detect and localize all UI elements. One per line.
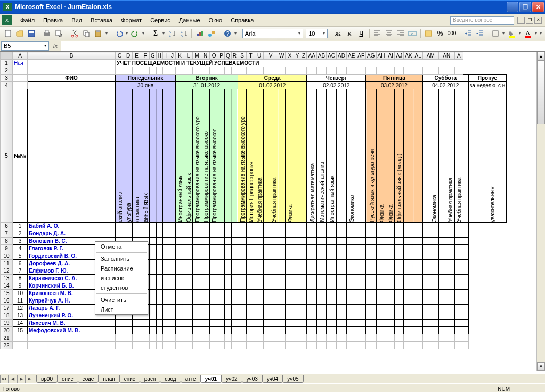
col-header-AB[interactable]: AB xyxy=(316,52,326,60)
name-box[interactable]: B5▾ xyxy=(1,41,49,51)
subject-cell[interactable]: Программирование на языке высоког xyxy=(210,89,218,223)
sheet-tab-вр00[interactable]: вр00 xyxy=(36,375,58,383)
col-header-X[interactable]: X xyxy=(286,52,294,60)
vertical-scrollbar[interactable]: ▲ ▼ xyxy=(536,52,545,371)
italic-button[interactable]: К xyxy=(344,28,355,39)
ctx-clear[interactable]: Очистить xyxy=(95,295,148,305)
date-cell[interactable]: 04.02.2012 xyxy=(422,82,468,89)
sheet-tab-план[interactable]: план xyxy=(98,375,119,383)
subject-cell[interactable]: Программирование на языке высоко xyxy=(201,89,210,223)
fio-header[interactable]: ФИО xyxy=(28,75,116,82)
subject-cell[interactable]: Иностранный язык xyxy=(176,89,184,223)
subject-cell[interactable]: Русский язык и культура речи xyxy=(366,89,376,223)
tab-nav-next[interactable]: ▶ xyxy=(17,375,26,383)
autosum-button[interactable]: Σ xyxy=(150,28,161,39)
col-header-A[interactable]: A xyxy=(454,52,463,60)
col-header-H[interactable]: H xyxy=(156,52,162,60)
subject-cell[interactable]: ультура xyxy=(124,89,133,223)
col-header-L[interactable]: L xyxy=(184,52,193,60)
col-header-AH[interactable]: AH xyxy=(376,52,386,60)
subject-cell[interactable]: Учебная практика xyxy=(438,89,454,223)
col-header-N[interactable]: N xyxy=(201,52,210,60)
ctx-and-list[interactable]: и список xyxy=(95,273,148,283)
menu-вид[interactable]: Вид xyxy=(67,15,86,25)
font-size-combo[interactable]: 10▾ xyxy=(306,29,327,38)
font-name-combo[interactable]: Arial▾ xyxy=(242,29,304,38)
row-header-22[interactable]: 22 xyxy=(1,342,13,349)
col-header-AG[interactable]: AG xyxy=(366,52,376,60)
borders-button[interactable] xyxy=(490,28,501,39)
subject-cell[interactable] xyxy=(225,89,232,223)
row-header-7[interactable]: 7 xyxy=(1,230,13,238)
col-header-Q[interactable]: Q xyxy=(225,52,232,60)
close-button[interactable]: ✕ xyxy=(532,2,544,12)
align-left-button[interactable] xyxy=(372,28,383,39)
chart-button[interactable] xyxy=(194,28,205,39)
help-search-input[interactable]: Введите вопрос xyxy=(450,16,514,24)
col-header-AE[interactable]: AE xyxy=(346,52,356,60)
col-header-AC[interactable]: AC xyxy=(327,52,337,60)
num-header[interactable]: №№ xyxy=(13,89,28,223)
row-header-14[interactable]: 14 xyxy=(1,282,13,290)
subject-cell[interactable] xyxy=(150,89,157,223)
fill-color-dropdown[interactable]: ▾ xyxy=(518,31,522,36)
drawing-button[interactable] xyxy=(206,28,217,39)
row-header-18[interactable]: 18 xyxy=(1,312,13,320)
subject-cell[interactable]: Официальный язык (молд.) xyxy=(395,89,404,223)
row-header-9[interactable]: 9 xyxy=(1,245,13,252)
sheet-tab-спис[interactable]: спис xyxy=(119,375,140,383)
row-header-15[interactable]: 15 xyxy=(1,290,13,297)
nav-link[interactable]: Нач xyxy=(13,60,28,67)
subject-cell[interactable]: Иностранный язык xyxy=(327,89,337,223)
menu-правка[interactable]: Правка xyxy=(39,15,67,25)
decrease-indent-button[interactable] xyxy=(462,28,473,39)
col-header-AF[interactable]: AF xyxy=(356,52,366,60)
col-header-AL[interactable]: AL xyxy=(413,52,422,60)
sheet-tab-уч03[interactable]: уч03 xyxy=(242,375,263,383)
subject-cell[interactable]: Физика xyxy=(376,89,386,223)
menu-окно[interactable]: Окно xyxy=(205,15,227,25)
menu-формат[interactable]: Формат xyxy=(117,15,146,25)
row-header-2[interactable]: 2 xyxy=(1,67,13,75)
increase-indent-button[interactable] xyxy=(474,28,485,39)
col-header-AM[interactable]: AM xyxy=(422,52,438,60)
subject-cell[interactable] xyxy=(218,89,225,223)
day-header[interactable]: Четверг xyxy=(307,75,366,82)
row-header-1[interactable]: 1 xyxy=(1,60,13,67)
sort-desc-button[interactable]: ZA xyxy=(178,28,189,39)
student-name[interactable]: Ляхевич М. В. xyxy=(28,320,116,327)
col-header-A[interactable]: A xyxy=(13,52,28,60)
subject-cell[interactable]: Математический анализ xyxy=(316,89,326,223)
sort-asc-button[interactable]: AZ xyxy=(166,28,177,39)
day-header[interactable]: Суббота xyxy=(422,75,468,82)
print-button[interactable] xyxy=(42,28,53,39)
col-header-R[interactable]: R xyxy=(231,52,238,60)
sheet-tab-уч05[interactable]: уч05 xyxy=(282,375,303,383)
ctx-sheet[interactable]: Лист xyxy=(95,305,148,314)
open-button[interactable] xyxy=(14,28,25,39)
cut-button[interactable] xyxy=(69,28,80,39)
font-color-dropdown[interactable]: ▾ xyxy=(534,31,539,36)
subject-cell[interactable]: Официальный язык xyxy=(184,89,193,223)
redo-dropdown[interactable]: ▾ xyxy=(141,31,145,36)
sheet-tab-уч02[interactable]: уч02 xyxy=(221,375,242,383)
col-header-B[interactable]: B xyxy=(28,52,116,60)
font-color-button[interactable]: A xyxy=(523,28,534,39)
date-cell[interactable]: 31.01.2012 xyxy=(176,82,238,89)
subject-cell[interactable]: Учебная практика xyxy=(264,89,278,223)
subject-cell[interactable]: Экономика xyxy=(346,89,356,223)
sheet-tab-расп[interactable]: расп xyxy=(140,375,161,383)
sheet-tab-свод[interactable]: свод xyxy=(160,375,181,383)
subject-cell[interactable] xyxy=(169,89,176,223)
tab-nav-first[interactable]: ⏮ xyxy=(0,375,9,383)
subject-cell[interactable] xyxy=(300,89,307,223)
col-header-T[interactable]: T xyxy=(247,52,255,60)
subject-cell[interactable]: атематика xyxy=(133,89,141,223)
maximize-button[interactable]: ❐ xyxy=(519,2,531,12)
col-header-AA[interactable]: AA xyxy=(307,52,316,60)
doc-minimize-button[interactable]: _ xyxy=(517,17,525,24)
comma-button[interactable]: 000 xyxy=(446,28,458,39)
subject-cell[interactable] xyxy=(413,89,422,223)
scroll-down-button[interactable]: ▼ xyxy=(537,362,545,371)
align-right-button[interactable] xyxy=(395,28,406,39)
